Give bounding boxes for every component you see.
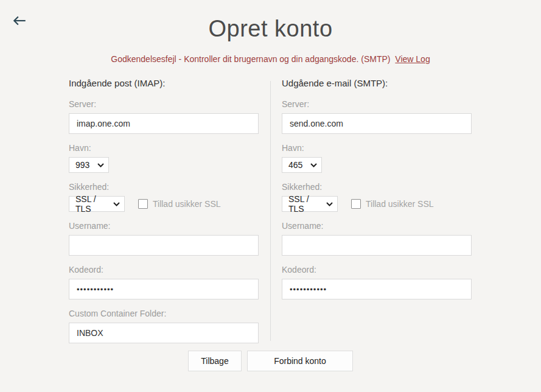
outgoing-password-label: Kodeord:: [282, 265, 472, 275]
outgoing-port-label: Havn:: [282, 143, 472, 153]
view-log-link[interactable]: View Log: [395, 54, 430, 64]
incoming-server-label: Server:: [69, 99, 259, 110]
chevron-down-icon: [97, 163, 104, 167]
incoming-folder-input[interactable]: [69, 323, 259, 343]
incoming-port-value: 993: [75, 160, 89, 170]
incoming-folder-label: Custom Container Folder:: [69, 309, 259, 319]
incoming-password-label: Kodeord:: [69, 265, 259, 275]
outgoing-username-input[interactable]: [282, 235, 472, 256]
outgoing-security-row: SSL / TLS Tillad usikker SSL: [282, 196, 472, 212]
incoming-password-input[interactable]: [69, 279, 259, 299]
outgoing-heading: Udgående e-mail (SMTP):: [282, 78, 472, 90]
chevron-down-icon: [326, 202, 333, 206]
incoming-security-select[interactable]: SSL / TLS: [69, 196, 125, 212]
incoming-port-label: Havn:: [69, 143, 259, 153]
incoming-allow-insecure-label: Tillad usikker SSL: [153, 199, 221, 209]
outgoing-username-label: Username:: [282, 221, 472, 231]
outgoing-port-select[interactable]: 465: [282, 157, 322, 173]
incoming-server-input[interactable]: [69, 113, 259, 134]
outgoing-allow-insecure-checkbox[interactable]: [351, 199, 361, 209]
error-text: Godkendelsesfejl - Kontroller dit bruger…: [111, 54, 390, 64]
create-account-page: Opret konto Godkendelsesfejl - Kontrolle…: [0, 0, 541, 392]
incoming-imap-section: Indgående post (IMAP): Server: Havn: 993…: [69, 78, 259, 343]
connect-account-button[interactable]: Forbind konto: [247, 351, 353, 371]
incoming-username-label: Username:: [69, 221, 259, 231]
back-action-button[interactable]: Tilbage: [188, 351, 242, 371]
error-message: Godkendelsesfejl - Kontroller dit bruger…: [0, 54, 541, 64]
outgoing-security-value: SSL / TLS: [288, 194, 323, 214]
incoming-security-label: Sikkerhed:: [69, 182, 259, 192]
outgoing-security-label: Sikkerhed:: [282, 182, 472, 192]
page-title: Opret konto: [0, 16, 541, 42]
outgoing-password-input[interactable]: [282, 279, 472, 299]
action-button-row: Tilbage Forbind konto: [0, 351, 541, 371]
outgoing-allow-insecure-label: Tillad usikker SSL: [366, 199, 434, 209]
outgoing-smtp-section: Udgående e-mail (SMTP): Server: Havn: 46…: [282, 78, 472, 299]
chevron-down-icon: [310, 163, 317, 167]
outgoing-server-input[interactable]: [282, 113, 472, 134]
outgoing-port-value: 465: [288, 160, 302, 170]
incoming-heading: Indgående post (IMAP):: [69, 78, 259, 90]
incoming-port-select[interactable]: 993: [69, 157, 109, 173]
incoming-allow-insecure-checkbox[interactable]: [138, 199, 148, 209]
chevron-down-icon: [113, 202, 120, 206]
outgoing-server-label: Server:: [282, 99, 472, 110]
incoming-username-input[interactable]: [69, 235, 259, 256]
column-divider: [270, 81, 271, 341]
incoming-security-row: SSL / TLS Tillad usikker SSL: [69, 196, 259, 212]
incoming-security-value: SSL / TLS: [75, 194, 110, 214]
outgoing-security-select[interactable]: SSL / TLS: [282, 196, 338, 212]
